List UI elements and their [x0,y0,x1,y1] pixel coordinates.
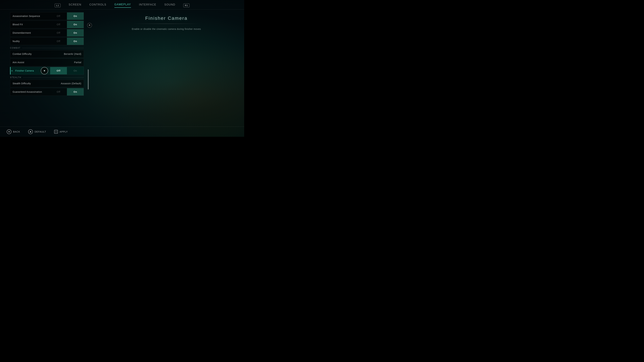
info-panel: Finisher Camera Enable or disable the ci… [88,12,244,126]
aim-assist-value: Partial [74,61,81,64]
apply-button-icon [54,130,58,134]
combat-difficulty-value: Berserkr (Hard) [64,53,81,55]
l1-button[interactable]: L1 [55,3,60,7]
blood-fx-on[interactable]: On [67,21,84,28]
star-icon: ★ [11,70,13,72]
setting-stealth-difficulty[interactable]: Stealth Difficulty Assassin (Default) [10,80,84,87]
circle-dot [8,131,10,132]
stealth-difficulty-label: Stealth Difficulty [12,82,61,85]
combat-difficulty-label: Combat Difficulty [12,53,64,55]
scroll-thumb [88,69,88,89]
back-button-icon [7,129,12,134]
nav-item-screen[interactable]: Screen [68,3,81,7]
setting-nudity[interactable]: Nudity Off On [10,37,84,45]
setting-guaranteed-assassination[interactable]: Guaranteed Assassination Off On [10,88,84,96]
scroll-track [87,12,88,126]
finisher-camera-off[interactable]: Off [50,67,67,74]
assassination-sequence-toggle[interactable]: Off On [50,12,84,20]
combat-section-header: COMBAT [10,47,84,49]
setting-assassination-sequence[interactable]: Assassination Sequence Off On [10,12,84,20]
guaranteed-assassination-toggle[interactable]: Off On [50,88,84,95]
dismemberment-toggle[interactable]: Off On [50,29,84,36]
default-button-icon [28,129,33,134]
bottom-bar: Back Default Apply [0,126,244,137]
nudity-on[interactable]: On [67,37,84,45]
dismemberment-off[interactable]: Off [50,29,67,36]
blood-fx-toggle[interactable]: Off On [50,21,84,28]
nudity-off[interactable]: Off [50,37,67,45]
stealth-section-header: STEALTH [10,76,84,79]
blood-fx-label: Blood FX [12,23,50,26]
assassination-sequence-off[interactable]: Off [50,12,67,20]
selection-indicator [41,67,48,74]
back-action[interactable]: Back [7,129,20,134]
aim-assist-label: Aim Assist [12,61,74,64]
back-label: Back [13,130,20,133]
assassination-sequence-label: Assassination Sequence [12,15,50,17]
dismemberment-on[interactable]: On [67,29,84,36]
guaranteed-assassination-on[interactable]: On [67,88,84,95]
default-action[interactable]: Default [28,129,46,134]
nudity-toggle[interactable]: Off On [50,37,84,45]
finisher-camera-on[interactable]: On [67,67,84,74]
dismemberment-label: Dismemberment [12,31,50,34]
finisher-camera-toggle[interactable]: Off On [50,67,84,74]
nav-item-interface[interactable]: Interface [139,3,156,7]
nav-item-sound[interactable]: Sound [164,3,175,7]
setting-finisher-camera[interactable]: ★ Finisher Camera Off On [10,67,84,75]
settings-list: Assassination Sequence Off On Blood FX O… [0,12,87,126]
apply-label: Apply [60,130,68,133]
main-content: Assassination Sequence Off On Blood FX O… [0,9,244,126]
r-icon: R [87,23,92,28]
guaranteed-assassination-off[interactable]: Off [50,88,67,95]
setting-combat-difficulty[interactable]: Combat Difficulty Berserkr (Hard) [10,50,84,58]
nav-item-gameplay[interactable]: Gameplay [114,3,131,8]
r1-button[interactable]: R1 [183,3,190,7]
setting-dismemberment[interactable]: Dismemberment Off On [10,29,84,37]
triangle-icon [30,131,32,132]
blood-fx-off[interactable]: Off [50,21,67,28]
default-label: Default [34,130,46,133]
apply-action[interactable]: Apply [54,130,68,134]
top-nav: L1 Screen Controls Gameplay Interface So… [0,0,244,9]
info-description: Enable or disable the cinematic camera d… [132,27,201,31]
stealth-difficulty-value: Assassin (Default) [61,82,81,85]
guaranteed-assassination-label: Guaranteed Assassination [12,90,50,93]
setting-aim-assist[interactable]: Aim Assist Partial [10,58,84,66]
selection-dot [44,70,45,71]
nav-item-controls[interactable]: Controls [90,3,106,7]
square-inner-icon [55,131,57,132]
nudity-label: Nudity [12,40,50,42]
assassination-sequence-on[interactable]: On [67,12,84,20]
setting-blood-fx[interactable]: Blood FX Off On [10,21,84,28]
info-title: Finisher Camera [145,15,188,21]
